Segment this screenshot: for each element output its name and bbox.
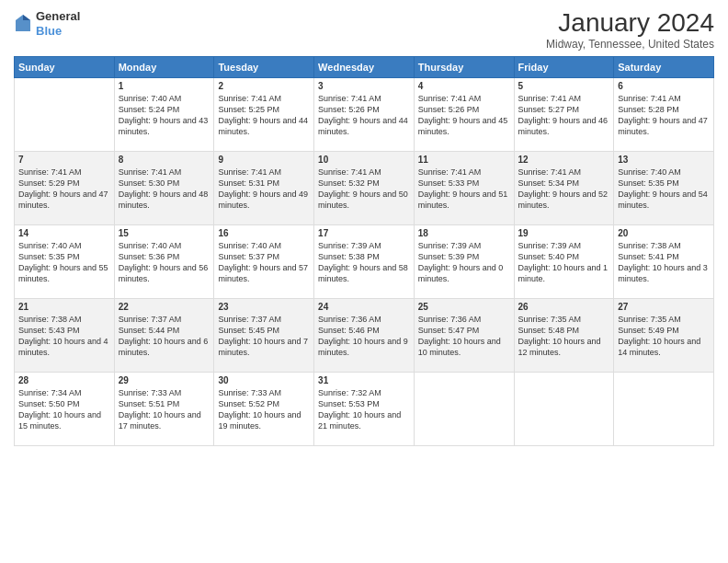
month-title: January 2024 (546, 9, 714, 38)
day-number: 21 (18, 302, 110, 312)
day-info: Sunrise: 7:40 AMSunset: 5:36 PMDaylight:… (119, 240, 210, 285)
day-info: Sunrise: 7:41 AMSunset: 5:32 PMDaylight:… (318, 167, 410, 212)
day-number: 16 (218, 228, 310, 238)
calendar-cell: 3Sunrise: 7:41 AMSunset: 5:26 PMDaylight… (314, 77, 415, 151)
calendar-cell: 12Sunrise: 7:41 AMSunset: 5:34 PMDayligh… (514, 151, 614, 224)
week-row-4: 28Sunrise: 7:34 AMSunset: 5:50 PMDayligh… (15, 372, 714, 445)
day-info: Sunrise: 7:41 AMSunset: 5:28 PMDaylight:… (618, 93, 710, 138)
day-info: Sunrise: 7:41 AMSunset: 5:33 PMDaylight:… (418, 167, 510, 212)
day-info: Sunrise: 7:41 AMSunset: 5:25 PMDaylight:… (218, 93, 310, 138)
day-number: 3 (318, 81, 410, 91)
day-number: 13 (618, 155, 710, 165)
calendar-cell: 19Sunrise: 7:39 AMSunset: 5:40 PMDayligh… (514, 224, 614, 298)
day-info: Sunrise: 7:38 AMSunset: 5:41 PMDaylight:… (618, 240, 710, 285)
day-info: Sunrise: 7:36 AMSunset: 5:47 PMDaylight:… (418, 314, 510, 359)
day-info: Sunrise: 7:33 AMSunset: 5:51 PMDaylight:… (119, 387, 210, 432)
weekday-header-thursday: Thursday (414, 56, 514, 77)
weekday-header-wednesday: Wednesday (314, 56, 415, 77)
week-row-2: 14Sunrise: 7:40 AMSunset: 5:35 PMDayligh… (15, 224, 714, 298)
header-row: SundayMondayTuesdayWednesdayThursdayFrid… (15, 56, 714, 77)
calendar-cell: 6Sunrise: 7:41 AMSunset: 5:28 PMDaylight… (614, 77, 714, 151)
day-number: 11 (418, 155, 510, 165)
week-row-0: 1Sunrise: 7:40 AMSunset: 5:24 PMDaylight… (15, 77, 714, 151)
calendar-table: SundayMondayTuesdayWednesdayThursdayFrid… (14, 56, 714, 446)
day-info: Sunrise: 7:38 AMSunset: 5:43 PMDaylight:… (18, 314, 110, 359)
weekday-header-tuesday: Tuesday (214, 56, 314, 77)
day-number: 29 (119, 375, 210, 385)
day-info: Sunrise: 7:40 AMSunset: 5:35 PMDaylight:… (618, 167, 710, 212)
day-number: 25 (418, 302, 510, 312)
calendar-cell: 29Sunrise: 7:33 AMSunset: 5:51 PMDayligh… (114, 372, 214, 445)
calendar-cell: 30Sunrise: 7:33 AMSunset: 5:52 PMDayligh… (214, 372, 314, 445)
calendar-cell: 1Sunrise: 7:40 AMSunset: 5:24 PMDaylight… (114, 77, 214, 151)
logo-general: General (36, 9, 80, 24)
week-row-3: 21Sunrise: 7:38 AMSunset: 5:43 PMDayligh… (15, 298, 714, 372)
calendar-cell: 10Sunrise: 7:41 AMSunset: 5:32 PMDayligh… (314, 151, 415, 224)
calendar-cell: 25Sunrise: 7:36 AMSunset: 5:47 PMDayligh… (414, 298, 514, 372)
day-number: 9 (218, 155, 310, 165)
day-info: Sunrise: 7:40 AMSunset: 5:37 PMDaylight:… (218, 240, 310, 285)
day-number: 18 (418, 228, 510, 238)
day-info: Sunrise: 7:40 AMSunset: 5:35 PMDaylight:… (18, 240, 110, 285)
day-info: Sunrise: 7:41 AMSunset: 5:27 PMDaylight:… (518, 93, 610, 138)
day-info: Sunrise: 7:41 AMSunset: 5:29 PMDaylight:… (18, 167, 110, 212)
day-info: Sunrise: 7:41 AMSunset: 5:26 PMDaylight:… (318, 93, 410, 138)
day-info: Sunrise: 7:41 AMSunset: 5:31 PMDaylight:… (218, 167, 310, 212)
calendar-cell: 15Sunrise: 7:40 AMSunset: 5:36 PMDayligh… (114, 224, 214, 298)
day-number: 31 (318, 375, 410, 385)
day-number: 8 (119, 155, 210, 165)
calendar-cell: 22Sunrise: 7:37 AMSunset: 5:44 PMDayligh… (114, 298, 214, 372)
day-info: Sunrise: 7:39 AMSunset: 5:40 PMDaylight:… (518, 240, 610, 285)
day-number: 30 (218, 375, 310, 385)
header: General Blue January 2024 Midway, Tennes… (14, 9, 714, 51)
weekday-header-friday: Friday (514, 56, 614, 77)
calendar-cell: 26Sunrise: 7:35 AMSunset: 5:48 PMDayligh… (514, 298, 614, 372)
day-number: 10 (318, 155, 410, 165)
logo-icon (14, 13, 32, 35)
day-number: 19 (518, 228, 610, 238)
day-info: Sunrise: 7:33 AMSunset: 5:52 PMDaylight:… (218, 387, 310, 432)
calendar-cell: 7Sunrise: 7:41 AMSunset: 5:29 PMDaylight… (15, 151, 115, 224)
logo: General Blue (14, 9, 80, 38)
day-info: Sunrise: 7:36 AMSunset: 5:46 PMDaylight:… (318, 314, 410, 359)
day-info: Sunrise: 7:41 AMSunset: 5:34 PMDaylight:… (518, 167, 610, 212)
logo-text: General Blue (36, 9, 80, 38)
calendar-cell (15, 77, 115, 151)
calendar-cell (614, 372, 714, 445)
calendar-cell: 20Sunrise: 7:38 AMSunset: 5:41 PMDayligh… (614, 224, 714, 298)
calendar-cell (514, 372, 614, 445)
day-info: Sunrise: 7:37 AMSunset: 5:44 PMDaylight:… (119, 314, 210, 359)
day-number: 7 (18, 155, 110, 165)
day-info: Sunrise: 7:41 AMSunset: 5:26 PMDaylight:… (418, 93, 510, 138)
calendar-cell: 27Sunrise: 7:35 AMSunset: 5:49 PMDayligh… (614, 298, 714, 372)
logo-blue: Blue (36, 24, 80, 39)
day-number: 24 (318, 302, 410, 312)
day-number: 6 (618, 81, 710, 91)
day-info: Sunrise: 7:35 AMSunset: 5:48 PMDaylight:… (518, 314, 610, 359)
day-number: 15 (119, 228, 210, 238)
day-info: Sunrise: 7:37 AMSunset: 5:45 PMDaylight:… (218, 314, 310, 359)
calendar-cell: 21Sunrise: 7:38 AMSunset: 5:43 PMDayligh… (15, 298, 115, 372)
calendar-cell: 9Sunrise: 7:41 AMSunset: 5:31 PMDaylight… (214, 151, 314, 224)
day-info: Sunrise: 7:34 AMSunset: 5:50 PMDaylight:… (18, 387, 110, 432)
day-number: 1 (119, 81, 210, 91)
location: Midway, Tennessee, United States (546, 38, 714, 51)
day-number: 4 (418, 81, 510, 91)
day-number: 23 (218, 302, 310, 312)
calendar-cell: 4Sunrise: 7:41 AMSunset: 5:26 PMDaylight… (414, 77, 514, 151)
calendar-cell: 17Sunrise: 7:39 AMSunset: 5:38 PMDayligh… (314, 224, 415, 298)
calendar-cell (414, 372, 514, 445)
day-number: 22 (119, 302, 210, 312)
day-info: Sunrise: 7:39 AMSunset: 5:39 PMDaylight:… (418, 240, 510, 285)
weekday-header-monday: Monday (114, 56, 214, 77)
title-section: January 2024 Midway, Tennessee, United S… (546, 9, 714, 51)
week-row-1: 7Sunrise: 7:41 AMSunset: 5:29 PMDaylight… (15, 151, 714, 224)
day-info: Sunrise: 7:32 AMSunset: 5:53 PMDaylight:… (318, 387, 410, 432)
calendar-cell: 14Sunrise: 7:40 AMSunset: 5:35 PMDayligh… (15, 224, 115, 298)
calendar-cell: 16Sunrise: 7:40 AMSunset: 5:37 PMDayligh… (214, 224, 314, 298)
weekday-header-saturday: Saturday (614, 56, 714, 77)
day-number: 20 (618, 228, 710, 238)
day-info: Sunrise: 7:39 AMSunset: 5:38 PMDaylight:… (318, 240, 410, 285)
calendar-cell: 31Sunrise: 7:32 AMSunset: 5:53 PMDayligh… (314, 372, 415, 445)
day-number: 12 (518, 155, 610, 165)
